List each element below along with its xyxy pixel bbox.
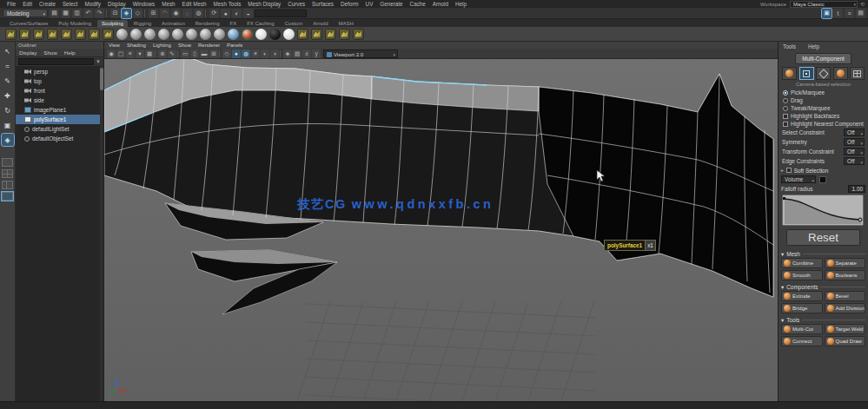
outliner-row[interactable]: side	[16, 96, 103, 105]
components-section-header[interactable]: ▾ Components	[781, 283, 865, 291]
update-plane-icon[interactable]	[353, 29, 364, 40]
component-tool-button[interactable]: Add Divisions	[825, 303, 866, 313]
mesh-tool-button[interactable]: Separate	[825, 258, 866, 268]
menu-item[interactable]: Surfaces	[308, 1, 337, 7]
outliner-row[interactable]: front	[16, 86, 103, 96]
camera-attributes-icon[interactable]: ≡	[126, 49, 135, 58]
renderer-dropdown[interactable]: Viewport 2.0	[323, 49, 398, 58]
statusline-icon[interactable]	[144, 10, 147, 17]
outliner-row[interactable]: defaultLightSet	[16, 124, 103, 134]
workspace-dropdown[interactable]: Maya Classic	[790, 1, 858, 8]
dropdown-value[interactable]: Off	[844, 148, 865, 155]
shelf-tab[interactable]: FX	[225, 20, 241, 27]
scrape-brush-icon[interactable]	[186, 29, 197, 40]
shelf-tab[interactable]: Arnold	[308, 20, 332, 27]
exposure-icon[interactable]: ±	[302, 49, 311, 58]
snap-grid-icon[interactable]: ⊞	[149, 9, 158, 18]
viewport-menu-item[interactable]: Lighting	[153, 43, 171, 48]
modeling-tool-button[interactable]: Connect	[781, 336, 823, 346]
foamy-tool-icon[interactable]	[89, 29, 100, 40]
shelf-tab[interactable]: FX Caching	[242, 20, 278, 27]
menu-set-dropdown[interactable]: Modeling	[3, 9, 48, 17]
snap-point-icon[interactable]: ◉	[171, 9, 181, 18]
menu-item[interactable]: UV	[362, 1, 377, 7]
imprint-tool-icon[interactable]	[311, 29, 322, 40]
character-controls-toggle-icon[interactable]: t	[833, 9, 843, 18]
open-scene-icon[interactable]: ▦	[61, 9, 70, 18]
rotate-tool-icon[interactable]: ↻	[2, 104, 14, 116]
menu-item[interactable]: File	[3, 1, 19, 7]
outliner-menu-item[interactable]: Show	[43, 49, 56, 56]
tools-section-header[interactable]: ▾ Tools	[781, 316, 865, 324]
outliner-menu-item[interactable]: Help	[64, 49, 76, 56]
grab-tool-icon[interactable]	[47, 29, 58, 40]
amplify-brush-icon[interactable]	[116, 29, 128, 40]
outliner-menu-item[interactable]: Display	[19, 49, 36, 56]
menu-item[interactable]: Arnold	[429, 1, 452, 7]
shelf-tab[interactable]: Animation	[157, 20, 189, 27]
knife-brush-icon[interactable]	[172, 29, 183, 40]
filter-icon[interactable]: ▼	[96, 59, 101, 64]
undo-icon[interactable]: ↶	[83, 9, 93, 18]
viewport-icon[interactable]	[280, 50, 282, 57]
pinch-tool-icon[interactable]	[61, 29, 72, 40]
falloff-radius-field[interactable]: 1.00	[848, 185, 865, 193]
menu-item[interactable]: Select	[59, 1, 82, 7]
dropdown-value[interactable]: Off	[844, 138, 865, 146]
mesh-tool-button[interactable]: Smooth	[781, 270, 823, 280]
pottery-tool-icon[interactable]	[339, 29, 350, 40]
layout-persp-graph-button[interactable]	[2, 192, 13, 201]
selection-mask-hierarchy-icon[interactable]: ⊟	[110, 9, 120, 18]
viewport-menu-item[interactable]: Shading	[127, 43, 146, 48]
shelf-tab[interactable]: Rigging	[129, 20, 156, 27]
menu-item[interactable]: Windows	[129, 1, 159, 7]
spray-tool-icon[interactable]	[103, 29, 114, 40]
move-tool-icon[interactable]: ✚	[2, 89, 14, 102]
grease-pencil-icon[interactable]: ✎	[168, 49, 176, 58]
menu-item[interactable]: Edit Mesh	[179, 1, 210, 7]
textured-icon[interactable]: ◍	[242, 49, 250, 58]
workspace-reset-icon[interactable]: ⟲	[860, 1, 865, 7]
component-tool-button[interactable]: Bevel	[825, 291, 866, 301]
mesh-section-header[interactable]: ▾ Mesh	[781, 250, 865, 258]
toolkit-checkbox-row[interactable]: Highlight Backfaces	[781, 112, 865, 120]
menu-item[interactable]: Deform	[337, 1, 362, 7]
snap-plane-icon[interactable]: ◌	[182, 9, 192, 18]
spread-brush-icon[interactable]	[214, 29, 225, 40]
select-camera-icon[interactable]: ◉	[107, 49, 116, 58]
flatten-tool-icon[interactable]	[75, 29, 86, 40]
film-gate-icon[interactable]: ▭	[181, 49, 189, 58]
smooth-shade-icon[interactable]: ●	[232, 49, 241, 58]
shadows-icon[interactable]: ◐	[261, 49, 269, 58]
edge-mode-icon[interactable]	[816, 67, 831, 80]
marquee-radio-row[interactable]: Tweak/Marquee	[781, 104, 865, 112]
mask-brush-icon[interactable]	[242, 29, 253, 40]
marquee-radio-row[interactable]: Pick/Marquee	[781, 89, 865, 96]
outliner-row[interactable]: polySurface1	[16, 115, 103, 124]
dropdown-value[interactable]: Off	[844, 157, 865, 165]
shelf-tab[interactable]: Custom	[281, 20, 308, 27]
menu-item[interactable]: Create	[36, 1, 59, 7]
falloff-mode-dropdown[interactable]: Volume	[781, 175, 816, 183]
pan-zoom-icon[interactable]: ⊕	[158, 49, 167, 58]
modeling-tool-button[interactable]: Target Weld	[825, 324, 866, 334]
menu-item[interactable]: Display	[104, 1, 129, 7]
soft-selection-header[interactable]: ▸ Soft Selection	[781, 166, 865, 175]
scale-tool-icon[interactable]: ▣	[2, 119, 14, 131]
shelf-tab[interactable]: Poly Modeling	[54, 20, 96, 27]
outliner-row[interactable]: defaultObjectSet	[16, 134, 103, 143]
new-scene-icon[interactable]: ▤	[50, 9, 59, 18]
toolkit-checkbox-row[interactable]: Highlight Nearest Component	[781, 120, 865, 128]
quick-select-field[interactable]	[255, 10, 307, 17]
menu-item[interactable]: Mesh Tools	[210, 1, 245, 7]
viewport-icon[interactable]	[219, 50, 222, 57]
menu-item[interactable]: Cache	[407, 1, 429, 7]
menu-item[interactable]: Generate	[376, 1, 406, 7]
lasso-tool-icon[interactable]: ≈	[2, 60, 14, 72]
vertex-mode-icon[interactable]	[799, 67, 814, 80]
modeling-tool-button[interactable]: Multi-Cut	[781, 324, 823, 334]
layout-single-pane-button[interactable]	[2, 158, 13, 167]
shelf-tab[interactable]: Rendering	[191, 20, 224, 27]
viewport-icon[interactable]	[177, 50, 180, 57]
selection-mask-component-icon[interactable]: ◇	[133, 9, 142, 18]
